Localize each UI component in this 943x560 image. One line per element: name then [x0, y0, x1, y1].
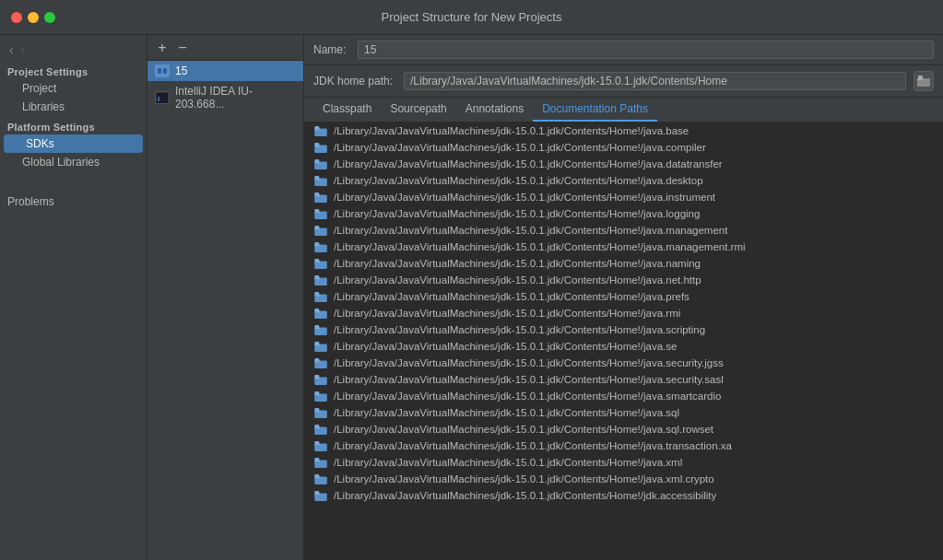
file-list-item[interactable]: /Library/Java/JavaVirtualMachines/jdk-15… [304, 355, 943, 371]
svg-rect-34 [314, 259, 319, 262]
titlebar: Project Structure for New Projects [0, 0, 943, 35]
folder-icon [313, 207, 328, 220]
name-label: Name: [313, 43, 350, 56]
file-path-label: /Library/Java/JavaVirtualMachines/jdk-15… [334, 241, 746, 252]
svg-rect-73 [314, 474, 319, 477]
file-list-item[interactable]: /Library/Java/JavaVirtualMachines/jdk-15… [304, 122, 943, 139]
file-path-label: /Library/Java/JavaVirtualMachines/jdk-15… [334, 490, 716, 501]
forward-button[interactable]: › [19, 42, 28, 57]
folder-icon [313, 274, 328, 286]
file-list-item[interactable]: /Library/Java/JavaVirtualMachines/jdk-15… [304, 487, 943, 504]
svg-rect-58 [314, 391, 319, 394]
sidebar-item-sdks[interactable]: SDKs [4, 134, 143, 153]
file-list-item[interactable]: /Library/Java/JavaVirtualMachines/jdk-15… [304, 371, 943, 388]
file-list-item[interactable]: /Library/Java/JavaVirtualMachines/jdk-15… [304, 404, 943, 421]
file-list-item[interactable]: /Library/Java/JavaVirtualMachines/jdk-15… [304, 239, 943, 255]
name-input[interactable] [358, 41, 934, 59]
file-list-item[interactable]: /Library/Java/JavaVirtualMachines/jdk-15… [304, 189, 943, 205]
tab-documentation-paths[interactable]: Documentation Paths [533, 98, 657, 122]
svg-rect-7 [918, 76, 923, 78]
minimize-button[interactable] [28, 12, 39, 23]
tab-annotations[interactable]: Annotations [456, 98, 533, 122]
file-path-label: /Library/Java/JavaVirtualMachines/jdk-15… [334, 175, 703, 186]
svg-rect-76 [314, 491, 319, 494]
file-list-item[interactable]: /Library/Java/JavaVirtualMachines/jdk-15… [304, 255, 943, 272]
jdk-path-input[interactable] [404, 72, 906, 90]
folder-icon [313, 174, 328, 187]
traffic-lights [11, 12, 55, 23]
sdk-item-15[interactable]: 15 [147, 61, 303, 81]
file-list-item[interactable]: /Library/Java/JavaVirtualMachines/jdk-15… [304, 205, 943, 222]
folder-icon [313, 124, 328, 137]
sidebar-nav: ‹ › [0, 39, 147, 61]
file-list-item[interactable]: /Library/Java/JavaVirtualMachines/jdk-15… [304, 421, 943, 438]
file-path-label: /Library/Java/JavaVirtualMachines/jdk-15… [334, 473, 714, 484]
svg-rect-37 [314, 275, 319, 278]
file-list-item[interactable]: /Library/Java/JavaVirtualMachines/jdk-15… [304, 156, 943, 172]
file-path-label: /Library/Java/JavaVirtualMachines/jdk-15… [334, 407, 679, 418]
file-path-label: /Library/Java/JavaVirtualMachines/jdk-15… [334, 440, 732, 451]
sidebar-item-libraries[interactable]: Libraries [0, 98, 147, 116]
file-list-item[interactable]: /Library/Java/JavaVirtualMachines/jdk-15… [304, 305, 943, 321]
tabs-row: Classpath Sourcepath Annotations Documen… [304, 98, 943, 122]
svg-rect-61 [314, 408, 319, 411]
back-button[interactable]: ‹ [7, 42, 16, 57]
svg-rect-64 [314, 425, 319, 427]
middle-layout: + − 15 I [147, 35, 943, 560]
svg-rect-67 [314, 441, 319, 444]
file-list-item[interactable]: /Library/Java/JavaVirtualMachines/jdk-15… [304, 139, 943, 156]
svg-rect-43 [314, 309, 319, 311]
file-path-label: /Library/Java/JavaVirtualMachines/jdk-15… [334, 125, 689, 136]
file-list-item[interactable]: /Library/Java/JavaVirtualMachines/jdk-15… [304, 438, 943, 454]
sdk-item-15-label: 15 [175, 64, 187, 77]
file-path-label: /Library/Java/JavaVirtualMachines/jdk-15… [334, 341, 677, 352]
file-path-label: /Library/Java/JavaVirtualMachines/jdk-15… [334, 308, 680, 319]
file-path-label: /Library/Java/JavaVirtualMachines/jdk-15… [334, 208, 700, 219]
folder-icon [313, 373, 328, 386]
folder-icon [313, 340, 328, 353]
file-list-item[interactable]: /Library/Java/JavaVirtualMachines/jdk-15… [304, 454, 943, 471]
file-list-item[interactable]: /Library/Java/JavaVirtualMachines/jdk-15… [304, 222, 943, 239]
file-list-item[interactable]: /Library/Java/JavaVirtualMachines/jdk-15… [304, 321, 943, 338]
file-path-label: /Library/Java/JavaVirtualMachines/jdk-15… [334, 457, 682, 468]
right-panel: Name: JDK home path: Classpath Sour [304, 35, 943, 560]
maximize-button[interactable] [44, 12, 55, 23]
jdk-browse-button[interactable] [914, 71, 934, 91]
sdk-item-intellij[interactable]: I IntelliJ IDEA IU-203.668... [147, 81, 303, 114]
folder-icon [313, 406, 328, 419]
folder-icon [313, 240, 328, 253]
svg-rect-40 [314, 292, 319, 295]
remove-sdk-button[interactable]: − [173, 39, 192, 57]
close-button[interactable] [11, 12, 22, 23]
file-list-item[interactable]: /Library/Java/JavaVirtualMachines/jdk-15… [304, 338, 943, 355]
sidebar-item-global-libraries[interactable]: Global Libraries [0, 153, 147, 171]
file-path-label: /Library/Java/JavaVirtualMachines/jdk-15… [334, 142, 706, 153]
file-path-label: /Library/Java/JavaVirtualMachines/jdk-15… [334, 324, 705, 335]
svg-rect-6 [917, 78, 923, 80]
file-list-item[interactable]: /Library/Java/JavaVirtualMachines/jdk-15… [304, 388, 943, 404]
file-list-item[interactable]: /Library/Java/JavaVirtualMachines/jdk-15… [304, 471, 943, 487]
sdk-item-intellij-label: IntelliJ IDEA IU-203.668... [175, 85, 296, 111]
svg-rect-2 [163, 68, 167, 74]
svg-rect-31 [314, 242, 319, 245]
tab-classpath[interactable]: Classpath [313, 98, 381, 122]
sidebar-item-project[interactable]: Project [0, 79, 147, 98]
svg-text:I: I [158, 95, 159, 103]
folder-icon [313, 224, 328, 237]
file-path-label: /Library/Java/JavaVirtualMachines/jdk-15… [334, 158, 723, 169]
folder-icon [313, 390, 328, 402]
file-path-label: /Library/Java/JavaVirtualMachines/jdk-15… [334, 225, 727, 236]
svg-rect-13 [314, 143, 319, 146]
file-list-item[interactable]: /Library/Java/JavaVirtualMachines/jdk-15… [304, 288, 943, 305]
file-list-item[interactable]: /Library/Java/JavaVirtualMachines/jdk-15… [304, 272, 943, 288]
sdk-toolbar: + − [147, 35, 303, 61]
file-list-item[interactable]: /Library/Java/JavaVirtualMachines/jdk-15… [304, 172, 943, 189]
svg-rect-10 [314, 126, 319, 129]
svg-rect-22 [314, 192, 319, 195]
svg-rect-1 [158, 68, 161, 74]
add-sdk-button[interactable]: + [153, 39, 171, 57]
svg-rect-25 [314, 209, 319, 212]
tab-sourcepath[interactable]: Sourcepath [381, 98, 455, 122]
file-list[interactable]: /Library/Java/JavaVirtualMachines/jdk-15… [304, 122, 943, 560]
sidebar-item-problems[interactable]: Problems [0, 190, 147, 211]
